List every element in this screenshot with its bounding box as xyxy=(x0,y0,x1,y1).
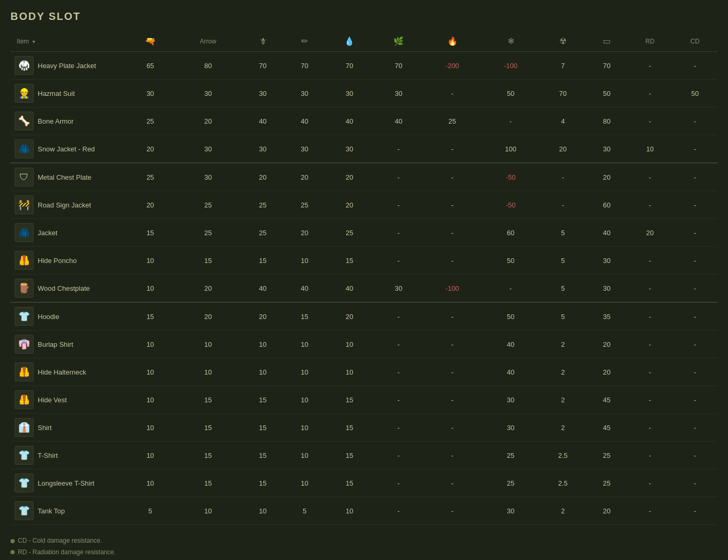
cell-melee: 40 xyxy=(241,274,284,303)
cell-drag: 30 xyxy=(586,135,627,163)
cell-cold: -50 xyxy=(481,191,539,219)
page-title: BODY SLOT xyxy=(10,10,718,23)
cell-rad: 7 xyxy=(540,52,586,80)
col-rad: ☢ xyxy=(540,31,586,52)
cell-fire: 25 xyxy=(423,107,481,135)
cell-bullet: 20 xyxy=(126,191,175,219)
item-icon: 🦴 xyxy=(15,112,34,130)
cell-slash: 5 xyxy=(284,497,325,525)
cell-rd: - xyxy=(627,107,672,135)
cell-melee: 20 xyxy=(241,302,284,331)
item-icon: 👷 xyxy=(15,84,34,103)
item-cell: 👘Burlap Shirt xyxy=(10,331,126,358)
cell-melee: 40 xyxy=(241,107,284,135)
cell-arrow: 25 xyxy=(175,191,241,219)
item-cell: 👷Hazmat Suit xyxy=(10,80,126,107)
cell-rad: 2 xyxy=(540,497,586,525)
table-row: 🧥Snow Jacket - Red2030303030--100203010- xyxy=(10,135,718,163)
cell-cd: - xyxy=(672,469,718,497)
cell-melee: 15 xyxy=(241,442,284,469)
cell-melee: 70 xyxy=(241,52,284,80)
cell-fire: - xyxy=(423,191,481,219)
cell-arrow: 10 xyxy=(175,497,241,525)
item-cell: 🪵Wood Chestplate xyxy=(10,274,126,303)
cell-rd: 20 xyxy=(627,219,672,247)
cell-cold: 40 xyxy=(481,358,539,386)
cell-bullet: 10 xyxy=(126,358,175,386)
item-name: Burlap Shirt xyxy=(38,341,73,348)
cell-rd: - xyxy=(627,247,672,274)
cell-arrow: 15 xyxy=(175,469,241,497)
cell-slash: 10 xyxy=(284,414,325,442)
cell-rd: - xyxy=(627,331,672,358)
cell-bite: - xyxy=(374,302,423,331)
item-name: Hoodie xyxy=(38,313,59,321)
cell-cd: - xyxy=(672,302,718,331)
cell-cd: - xyxy=(672,135,718,163)
cell-bullet: 10 xyxy=(126,469,175,497)
cell-arrow: 30 xyxy=(175,80,241,107)
cell-melee: 15 xyxy=(241,386,284,414)
cell-cd: - xyxy=(672,442,718,469)
cell-fire: - xyxy=(423,414,481,442)
cell-blunt: 15 xyxy=(325,469,374,497)
cell-melee: 30 xyxy=(241,80,284,107)
cell-slash: 10 xyxy=(284,386,325,414)
cell-slash: 10 xyxy=(284,358,325,386)
cell-arrow: 20 xyxy=(175,302,241,331)
cell-arrow: 30 xyxy=(175,135,241,163)
cell-rad: 2 xyxy=(540,331,586,358)
cell-bullet: 5 xyxy=(126,497,175,525)
cell-slash: 10 xyxy=(284,469,325,497)
cell-slash: 40 xyxy=(284,107,325,135)
cell-rad: 4 xyxy=(540,107,586,135)
item-cell: 🥋Heavy Plate Jacket xyxy=(10,52,126,80)
item-icon: 🧥 xyxy=(15,223,34,242)
cell-drag: 20 xyxy=(586,331,627,358)
cell-cold: - xyxy=(481,107,539,135)
cell-rad: 2 xyxy=(540,386,586,414)
cell-bullet: 10 xyxy=(126,442,175,469)
table-row: 🥋Heavy Plate Jacket658070707070-200-1007… xyxy=(10,52,718,80)
cell-blunt: 15 xyxy=(325,247,374,274)
cell-cd: 50 xyxy=(672,80,718,107)
cell-rd: - xyxy=(627,80,672,107)
cell-rad: 20 xyxy=(540,135,586,163)
table-body: 🥋Heavy Plate Jacket658070707070-200-1007… xyxy=(10,52,718,525)
footnote-rd: RD - Radiation damage resistance. xyxy=(10,547,718,558)
cell-bullet: 10 xyxy=(126,274,175,303)
footnote-dot-2 xyxy=(10,550,15,554)
cell-melee: 15 xyxy=(241,469,284,497)
cell-melee: 15 xyxy=(241,247,284,274)
cell-drag: 20 xyxy=(586,163,627,191)
col-item[interactable]: Item ▾ xyxy=(10,31,126,52)
cell-fire: - xyxy=(423,163,481,191)
item-icon: 🦺 xyxy=(15,251,34,270)
cell-bite: - xyxy=(374,219,423,247)
cell-drag: 30 xyxy=(586,274,627,303)
cell-bite: - xyxy=(374,163,423,191)
cell-bite: - xyxy=(374,358,423,386)
table-row: 👷Hazmat Suit303030303030-507050-50 xyxy=(10,80,718,107)
cell-drag: 80 xyxy=(586,107,627,135)
item-cell: 👕Hoodie xyxy=(10,302,126,331)
cell-cold: 25 xyxy=(481,469,539,497)
cell-bite: - xyxy=(374,469,423,497)
item-name: Jacket xyxy=(38,229,58,237)
cell-arrow: 30 xyxy=(175,163,241,191)
cell-rd: - xyxy=(627,469,672,497)
cell-rd: - xyxy=(627,414,672,442)
col-drag: ▭ xyxy=(586,31,627,52)
item-name: Tank Top xyxy=(38,507,65,515)
cell-rad: 70 xyxy=(540,80,586,107)
cell-fire: - xyxy=(423,80,481,107)
cell-cold: 30 xyxy=(481,386,539,414)
cell-drag: 40 xyxy=(586,219,627,247)
cell-rad: - xyxy=(540,191,586,219)
cell-slash: 15 xyxy=(284,302,325,331)
cell-cold: 60 xyxy=(481,219,539,247)
item-cell: 🦺Hide Poncho xyxy=(10,247,126,274)
cell-rd: - xyxy=(627,191,672,219)
cell-melee: 30 xyxy=(241,135,284,163)
cell-bite: 30 xyxy=(374,80,423,107)
